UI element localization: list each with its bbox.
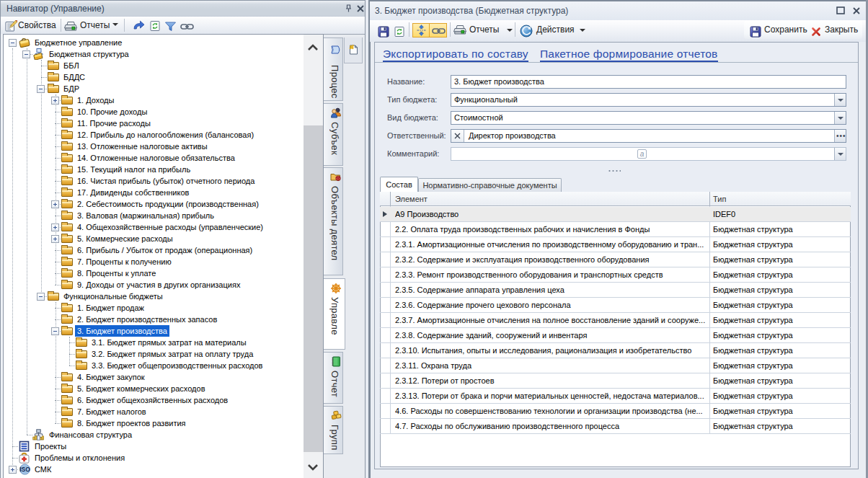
svg-text:ISO: ISO xyxy=(19,466,30,473)
